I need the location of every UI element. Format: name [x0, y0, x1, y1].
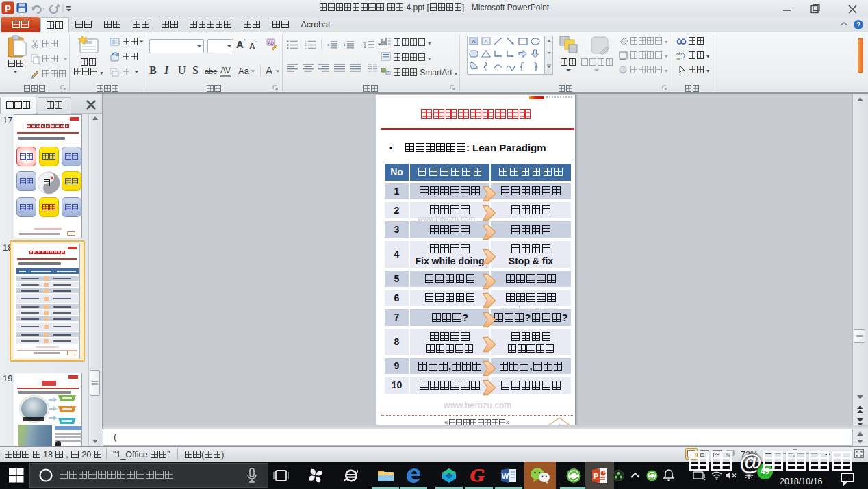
svg-text:ab: ab	[676, 51, 682, 56]
svg-text:A: A	[484, 38, 488, 45]
svg-text:3.: 3.	[305, 47, 307, 50]
svg-text:W: W	[502, 472, 509, 480]
svg-text:P: P	[593, 473, 598, 480]
svg-text:A: A	[472, 38, 476, 45]
svg-text:ac: ac	[676, 56, 682, 61]
svg-text:Ab: Ab	[268, 40, 274, 45]
svg-text:?: ?	[856, 21, 860, 29]
